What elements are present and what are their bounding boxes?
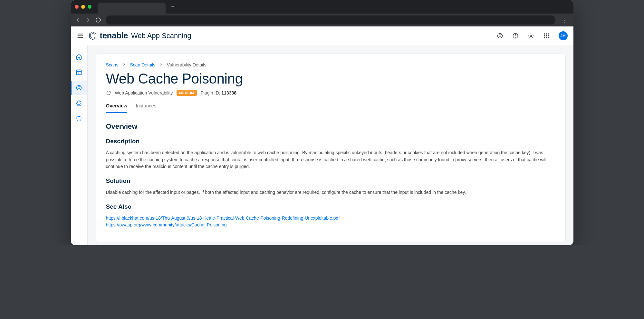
svg-rect-8 <box>546 33 547 34</box>
seealso-link[interactable]: https://owasp.org/www-community/attacks/… <box>106 222 556 229</box>
svg-rect-15 <box>548 37 549 38</box>
browser-menu-icon[interactable]: ⋮ <box>560 16 570 24</box>
vulnerability-card: Scans Scan Details Vulnerability Details… <box>96 54 566 242</box>
browser-tab-strip: + <box>71 0 573 14</box>
url-input[interactable] <box>106 15 555 25</box>
quick-actions-icon[interactable] <box>497 33 503 39</box>
brand-name: tenable <box>100 31 128 41</box>
breadcrumb-scan-details[interactable]: Scan Details <box>130 62 155 67</box>
sidebar-item-scans[interactable] <box>71 81 88 95</box>
new-tab-button[interactable]: + <box>168 4 178 10</box>
user-avatar[interactable]: JM <box>559 31 568 40</box>
description-heading: Description <box>106 138 556 145</box>
svg-rect-13 <box>544 37 545 38</box>
breadcrumb-scans[interactable]: Scans <box>106 62 119 67</box>
detail-tabs: Overview Instances <box>106 103 556 113</box>
sidebar-item-home[interactable] <box>71 50 88 64</box>
severity-badge: MEDIUM <box>177 90 197 96</box>
plugin-id: Plugin ID: 113338 <box>201 90 236 95</box>
sidebar-item-plugins[interactable] <box>71 96 88 110</box>
svg-rect-10 <box>544 35 545 36</box>
chevron-right-icon <box>122 62 126 67</box>
overview-heading: Overview <box>106 122 556 131</box>
svg-point-6 <box>530 35 532 36</box>
window-controls <box>75 5 91 9</box>
svg-rect-11 <box>546 35 547 36</box>
tab-instances[interactable]: Instances <box>136 103 156 113</box>
browser-window: + ⋮ tenable Web App Scanning <box>71 0 573 245</box>
svg-rect-16 <box>77 70 82 75</box>
app-header: tenable Web App Scanning JM <box>71 26 573 45</box>
apps-grid-icon[interactable] <box>543 33 550 39</box>
maximize-window-icon[interactable] <box>88 5 91 9</box>
seealso-heading: See Also <box>106 203 556 210</box>
sidebar-item-security[interactable] <box>71 112 88 126</box>
forward-icon[interactable] <box>85 17 91 23</box>
app-body: Scans Scan Details Vulnerability Details… <box>71 45 573 245</box>
solution-heading: Solution <box>106 177 556 184</box>
description-body: A caching system has been detected on th… <box>106 149 556 170</box>
solution-body: Disable caching for the affected input o… <box>106 189 556 196</box>
sidebar <box>71 45 88 245</box>
settings-icon[interactable] <box>528 33 534 39</box>
breadcrumb-current: Vulnerability Details <box>167 62 206 67</box>
sidebar-item-dashboards[interactable] <box>71 65 88 79</box>
svg-point-5 <box>515 37 515 37</box>
brand-product: Web App Scanning <box>131 32 191 40</box>
svg-point-17 <box>77 85 82 90</box>
vulnerability-meta: Web Application Vulnerability MEDIUM Plu… <box>106 90 556 96</box>
vulnerability-category: Web Application Vulnerability <box>115 90 173 95</box>
shield-icon <box>106 90 111 95</box>
chevron-right-icon <box>159 62 163 67</box>
seealso-link[interactable]: https://i.blackhat.com/us-18/Thu-August-… <box>106 215 556 222</box>
svg-rect-9 <box>548 33 549 34</box>
close-window-icon[interactable] <box>75 5 79 9</box>
breadcrumb: Scans Scan Details Vulnerability Details <box>106 62 556 67</box>
menu-toggle-icon[interactable] <box>77 32 84 39</box>
page-title: Web Cache Poisoning <box>106 71 556 87</box>
browser-tab[interactable] <box>98 3 166 14</box>
svg-rect-12 <box>548 35 549 36</box>
svg-rect-14 <box>546 37 547 38</box>
brand: tenable Web App Scanning <box>88 31 191 41</box>
content-area: Scans Scan Details Vulnerability Details… <box>88 45 573 245</box>
brand-logo-icon <box>88 31 97 40</box>
help-icon[interactable] <box>512 33 519 39</box>
minimize-window-icon[interactable] <box>81 5 85 9</box>
browser-address-bar: ⋮ <box>71 14 573 26</box>
tab-overview[interactable]: Overview <box>106 103 128 113</box>
reload-icon[interactable] <box>95 17 101 23</box>
back-icon[interactable] <box>75 17 81 23</box>
svg-point-3 <box>499 35 501 37</box>
svg-point-18 <box>78 87 80 89</box>
svg-rect-7 <box>544 33 545 34</box>
svg-marker-1 <box>91 33 95 38</box>
svg-point-2 <box>497 33 502 38</box>
